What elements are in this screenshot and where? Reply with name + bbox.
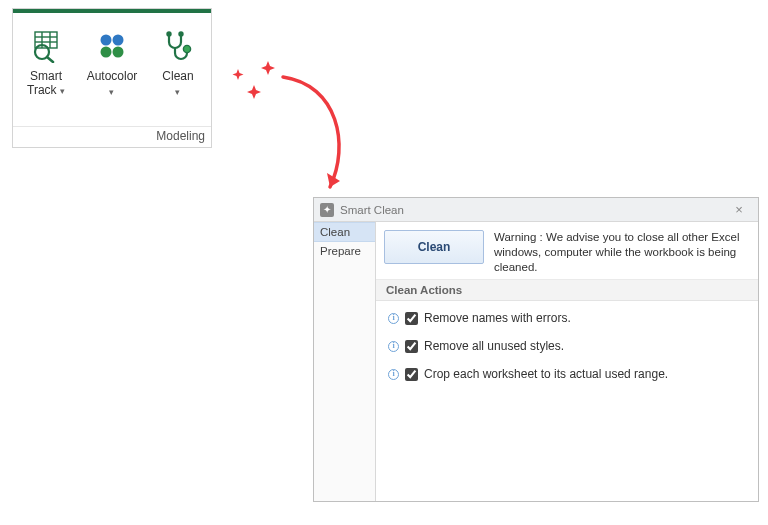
svg-point-13 bbox=[183, 45, 190, 52]
ribbon-items: Smart Track ▾ Autocolor ▾ bbox=[13, 13, 211, 126]
ribbon-item-label: Autocolor ▾ bbox=[87, 69, 138, 99]
dialog-main-pane: Clean Warning : We advise you to close a… bbox=[376, 222, 758, 501]
svg-point-11 bbox=[167, 32, 170, 35]
ribbon-smart-track-button[interactable]: Smart Track ▾ bbox=[15, 27, 77, 98]
checkbox-remove-unused-styles[interactable] bbox=[405, 340, 418, 353]
ribbon-autocolor-button[interactable]: Autocolor ▾ bbox=[81, 27, 143, 99]
clean-actions-list: Remove names with errors. Remove all unu… bbox=[376, 301, 758, 391]
autocolor-icon bbox=[95, 27, 129, 65]
dialog-title: Smart Clean bbox=[340, 204, 404, 216]
ribbon-item-label: Clean ▾ bbox=[162, 69, 193, 99]
ribbon-clean-button[interactable]: Clean ▾ bbox=[147, 27, 209, 99]
clean-actions-header: Clean Actions bbox=[376, 280, 758, 301]
info-icon[interactable] bbox=[388, 369, 399, 380]
action-label: Remove names with errors. bbox=[424, 311, 571, 325]
checkbox-crop-used-range[interactable] bbox=[405, 368, 418, 381]
action-crop-used-range: Crop each worksheet to its actual used r… bbox=[388, 367, 746, 381]
ribbon-group-label: Modeling bbox=[13, 126, 211, 147]
chevron-down-icon: ▾ bbox=[109, 85, 114, 99]
chevron-down-icon: ▾ bbox=[60, 86, 65, 96]
info-icon[interactable] bbox=[388, 341, 399, 352]
dialog-side-tabs: Clean Prepare bbox=[314, 222, 376, 501]
svg-point-7 bbox=[101, 35, 112, 46]
svg-point-9 bbox=[101, 47, 112, 58]
app-icon bbox=[320, 203, 334, 217]
svg-point-10 bbox=[113, 47, 124, 58]
checkbox-remove-error-names[interactable] bbox=[405, 312, 418, 325]
ribbon-modeling-group: Smart Track ▾ Autocolor ▾ bbox=[12, 8, 212, 148]
action-remove-error-names: Remove names with errors. bbox=[388, 311, 746, 325]
annotation-arrow bbox=[228, 55, 368, 205]
tab-prepare[interactable]: Prepare bbox=[314, 242, 375, 261]
svg-point-12 bbox=[179, 32, 182, 35]
action-label: Remove all unused styles. bbox=[424, 339, 564, 353]
action-remove-unused-styles: Remove all unused styles. bbox=[388, 339, 746, 353]
ribbon-item-label: Smart Track ▾ bbox=[27, 69, 65, 98]
smart-track-icon bbox=[29, 27, 63, 65]
svg-line-6 bbox=[47, 57, 53, 62]
tab-clean[interactable]: Clean bbox=[314, 222, 375, 242]
run-clean-button[interactable]: Clean bbox=[384, 230, 484, 264]
info-icon[interactable] bbox=[388, 313, 399, 324]
action-label: Crop each worksheet to its actual used r… bbox=[424, 367, 668, 381]
dialog-titlebar[interactable]: Smart Clean × bbox=[314, 198, 758, 222]
chevron-down-icon: ▾ bbox=[175, 85, 180, 99]
smart-clean-dialog: Smart Clean × Clean Prepare Clean Warnin… bbox=[313, 197, 759, 502]
warning-text: Warning : We advise you to close all oth… bbox=[494, 230, 750, 275]
close-icon[interactable]: × bbox=[726, 202, 752, 217]
svg-point-8 bbox=[113, 35, 124, 46]
stethoscope-icon bbox=[161, 27, 195, 65]
